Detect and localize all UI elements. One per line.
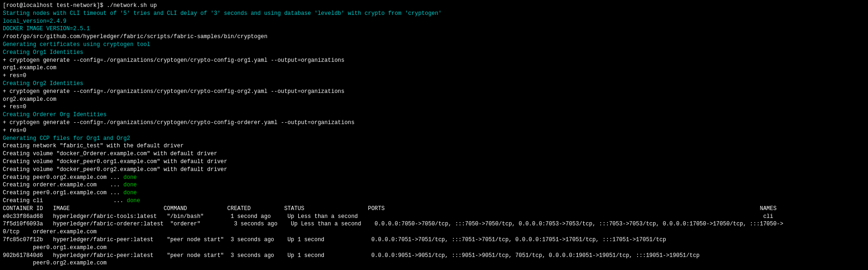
container-row-peer2: 902b617840d6 hyperledger/fabric-peer:lat… <box>3 252 865 260</box>
output-line-16: Creating volume "docker_peer0.org1.examp… <box>3 158 865 166</box>
container-row-peer1: 7fc85c07f12b hyperledger/fabric-peer:lat… <box>3 236 865 244</box>
output-line-2: local_version=2.4.9 <box>3 18 865 26</box>
output-line-11: + res=0 <box>3 103 865 111</box>
output-line-15: Creating volume "docker_Orderer.example.… <box>3 150 865 158</box>
output-line-9: + cryptogen generate --config=./organiza… <box>3 88 865 96</box>
output-line-5: Generating certificates using cryptogen … <box>3 41 865 49</box>
output-line-20: Creating peer0.org1.example.com ... done <box>3 189 865 197</box>
container-header: CONTAINER ID IMAGE COMMAND CREATED STATU… <box>3 205 865 213</box>
output-line-19: Creating orderer.example.com ... done <box>3 181 865 189</box>
section-org1: Creating Org1 Identities <box>3 49 865 57</box>
section-orderer: Creating Orderer Org Identities <box>3 111 865 119</box>
output-line-1: Starting nodes with CLI timeout of '5' t… <box>3 10 865 18</box>
output-line-13: + res=0 <box>3 127 865 135</box>
container-row-peer1-name: peer0.org1.example.com <box>3 244 865 252</box>
output-line-6: + cryptogen generate --config=./organiza… <box>3 57 865 65</box>
output-line-21: Creating cli ... done <box>3 197 865 205</box>
container-row-orderer-name: 0/tcp orderer.example.com <box>3 228 865 236</box>
output-line-3: DOCKER IMAGE VERSION=2.5.1 <box>3 25 865 33</box>
output-line-12: + cryptogen generate --config=./organiza… <box>3 119 865 127</box>
container-row-cli: e0c33f86ad68 hyperledger/fabric-tools:la… <box>3 213 865 221</box>
container-row-peer2-name: peer0.org2.example.com <box>3 259 865 267</box>
section-ccp: Generating CCP files for Org1 and Org2 <box>3 135 865 143</box>
output-line-14: Creating network "fabric_test" with the … <box>3 142 865 150</box>
terminal-window: [root@localhost test-network]$ ./network… <box>3 2 865 267</box>
prompt-line: [root@localhost test-network]$ ./network… <box>3 2 865 10</box>
section-org2: Creating Org2 Identities <box>3 80 865 88</box>
container-row-orderer: 7f5d10f6093a hyperledger/fabric-orderer:… <box>3 220 865 228</box>
output-line-10: org2.example.com <box>3 96 865 104</box>
output-line-4: /root/go/src/github.com/hyperledger/fabr… <box>3 33 865 41</box>
output-line-7: org1.example.com <box>3 64 865 72</box>
output-line-17: Creating volume "docker_peer0.org2.examp… <box>3 166 865 174</box>
output-line-18: Creating peer0.org2.example.com ... done <box>3 174 865 182</box>
output-line-8: + res=0 <box>3 72 865 80</box>
